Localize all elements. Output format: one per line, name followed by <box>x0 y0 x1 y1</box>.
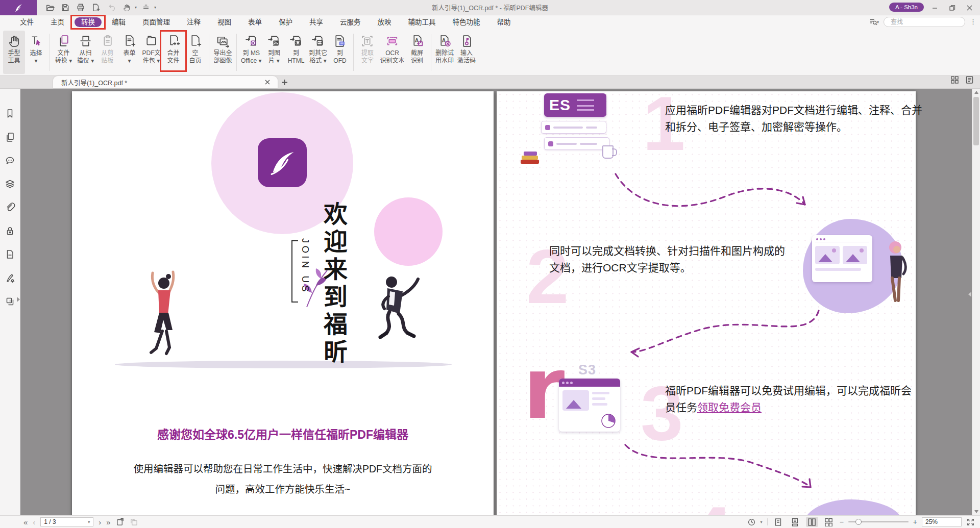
sidebar-snapshot-pages-button[interactable] <box>4 295 17 307</box>
ribbon-form-doc-button[interactable]: 表单▾ <box>118 31 140 74</box>
scroll-down-arrow-icon[interactable] <box>974 510 978 513</box>
ribbon-remove-trial-watermark-button[interactable]: A删除试用水印 <box>434 31 456 74</box>
menu-tab-视图[interactable]: 视图 <box>211 17 238 27</box>
menu-tab-页面管理[interactable]: 页面管理 <box>136 17 177 27</box>
print-button[interactable] <box>75 2 87 14</box>
paste-into-page-button[interactable] <box>130 518 138 526</box>
ribbon-group-separator <box>209 34 209 71</box>
restore-button[interactable] <box>944 1 960 14</box>
sidebar-security-button[interactable] <box>4 224 17 237</box>
zoom-slider-thumb[interactable] <box>855 519 862 525</box>
rotate-history-button[interactable] <box>747 518 756 526</box>
ribbon-scanner-button[interactable]: 从扫描仪 ▾ <box>75 31 96 74</box>
search-input[interactable] <box>891 18 970 26</box>
ribbon-button-label: 输入 <box>460 49 473 57</box>
ribbon-ocr-button[interactable]: OCR识别文本 <box>378 31 406 74</box>
zoom-level-box[interactable]: 25% <box>922 517 962 526</box>
ribbon-to-ofd-button[interactable]: 到OFD <box>329 31 351 74</box>
snapshot-page-icon <box>116 518 125 526</box>
tab-grid-view-button[interactable] <box>950 76 959 86</box>
workspace: JOIN US 欢迎来到福昕 <box>0 89 980 515</box>
menu-tab-文件[interactable]: 文件 <box>13 17 40 27</box>
menu-tab-编辑[interactable]: 编辑 <box>105 17 132 27</box>
open-folder-button[interactable] <box>44 2 56 14</box>
right-panel-expand-handle[interactable] <box>968 292 971 297</box>
sidebar-signature-button[interactable] <box>4 271 17 284</box>
menu-tab-云服务[interactable]: 云服务 <box>333 17 368 27</box>
sidebar-page-thumbnails-button[interactable] <box>4 131 17 143</box>
ribbon-pdf-package-button[interactable]: PDF文件包 ▾ <box>140 31 162 74</box>
zoom-in-button[interactable]: + <box>913 518 917 526</box>
ribbon-to-ms-office-button[interactable]: 到 MSOffice ▾ <box>239 31 263 74</box>
navigation-panel-sidebar <box>0 89 20 515</box>
scroll-up-arrow-icon[interactable] <box>974 91 978 94</box>
tab-close-button[interactable] <box>263 78 272 86</box>
menu-tab-帮助[interactable]: 帮助 <box>491 17 518 27</box>
continuous-view-button[interactable] <box>789 517 801 527</box>
user-account-badge[interactable]: A - Sh3n <box>889 3 924 12</box>
restore-icon <box>949 5 955 11</box>
page-indicator-box[interactable]: 1 / 3 ▾ <box>40 517 93 526</box>
ribbon-to-image-button[interactable]: 到图片 ▾ <box>263 31 285 74</box>
fullscreen-button[interactable] <box>966 518 975 526</box>
app-logo[interactable] <box>0 0 37 15</box>
sidebar-comments-button[interactable] <box>4 154 17 166</box>
next-page-button[interactable]: › <box>99 518 101 526</box>
ribbon-merge-files-button[interactable]: 合并文件 <box>162 31 184 74</box>
tab-single-view-button[interactable] <box>965 76 974 86</box>
ribbon-button-label: OFD <box>333 57 346 65</box>
new-tab-button[interactable] <box>278 76 291 88</box>
menu-tab-共享[interactable]: 共享 <box>303 17 330 27</box>
sidebar-layers-button[interactable] <box>4 178 17 190</box>
sidebar-destinations-button[interactable] <box>4 248 17 260</box>
vertical-scrollbar[interactable] <box>972 89 980 515</box>
ribbon-button-label: 白页 <box>189 57 201 65</box>
menu-tab-注释[interactable]: 注释 <box>180 17 207 27</box>
sidebar-expand-handle[interactable] <box>17 297 20 302</box>
scrollbar-thumb[interactable] <box>973 97 979 145</box>
document-tab[interactable]: 新人引导(1)_OCR.pdf * <box>53 76 278 88</box>
hand-tool-button[interactable] <box>120 2 133 14</box>
last-page-button[interactable]: » <box>106 518 110 526</box>
sidebar-bookmark-button[interactable] <box>4 107 17 119</box>
ribbon-to-other-format-button[interactable]: 到其它格式 ▾ <box>307 31 329 74</box>
menu-tab-主页[interactable]: 主页 <box>44 17 71 27</box>
new-document-button[interactable] <box>90 2 102 14</box>
snapshot-page-button[interactable] <box>116 518 125 526</box>
menu-tab-特色功能[interactable]: 特色功能 <box>446 17 487 27</box>
sidebar-attachments-button[interactable] <box>4 201 17 213</box>
close-button[interactable] <box>962 1 977 14</box>
ribbon-export-images-button[interactable]: 导出全部图像 <box>212 31 234 74</box>
facing-continuous-view-button[interactable] <box>823 517 835 527</box>
document-view-area[interactable]: JOIN US 欢迎来到福昕 <box>20 89 980 515</box>
ribbon-toolbar: 手型工具选择▾文件转换 ▾从扫描仪 ▾从剪贴板表单▾PDF文件包 ▾合并文件空白… <box>0 29 980 76</box>
minimize-button[interactable] <box>927 1 942 14</box>
ribbon-file-convert-button[interactable]: 文件转换 ▾ <box>53 31 75 74</box>
ribbon-to-html-button[interactable]: 到HTML <box>285 31 307 74</box>
zoom-out-button[interactable]: − <box>840 518 844 526</box>
ribbon-blank-page-button[interactable]: 空白页 <box>184 31 206 74</box>
menu-tab-辅助工具[interactable]: 辅助工具 <box>402 17 443 27</box>
customize-qat-button[interactable] <box>140 2 152 14</box>
menu-tab-保护[interactable]: 保护 <box>272 17 299 27</box>
search-box[interactable] <box>884 17 965 27</box>
previous-page-button[interactable]: ‹ <box>33 518 35 526</box>
save-button[interactable] <box>59 2 71 14</box>
chevron-down-icon[interactable]: ▾ <box>761 520 763 524</box>
facing-pages-view-button[interactable] <box>806 517 818 527</box>
ribbon-activation-code-button[interactable]: 输入激活码 <box>456 31 478 74</box>
menu-tab-放映[interactable]: 放映 <box>371 17 398 27</box>
merge-files-icon <box>166 34 181 48</box>
ribbon-screen-ocr-button[interactable]: A截屏识别 <box>406 31 428 74</box>
ribbon-hand-tool-button[interactable]: 手型工具 <box>3 31 25 74</box>
advanced-search-button[interactable]: ▾ <box>869 17 879 27</box>
ribbon-select-tool-button[interactable]: 选择▾ <box>25 31 47 74</box>
zoom-slider[interactable] <box>848 518 909 525</box>
single-page-view-button[interactable] <box>772 517 785 527</box>
menu-tab-表单[interactable]: 表单 <box>241 17 268 27</box>
first-page-button[interactable]: « <box>23 518 28 526</box>
menu-tab-转换[interactable]: 转换 <box>75 17 102 27</box>
free-membership-link[interactable]: 领取免费会员 <box>697 401 762 413</box>
welcome-vertical-title: 欢迎来到福昕 <box>316 202 351 370</box>
more-options-button[interactable]: ⋮ <box>970 19 976 24</box>
